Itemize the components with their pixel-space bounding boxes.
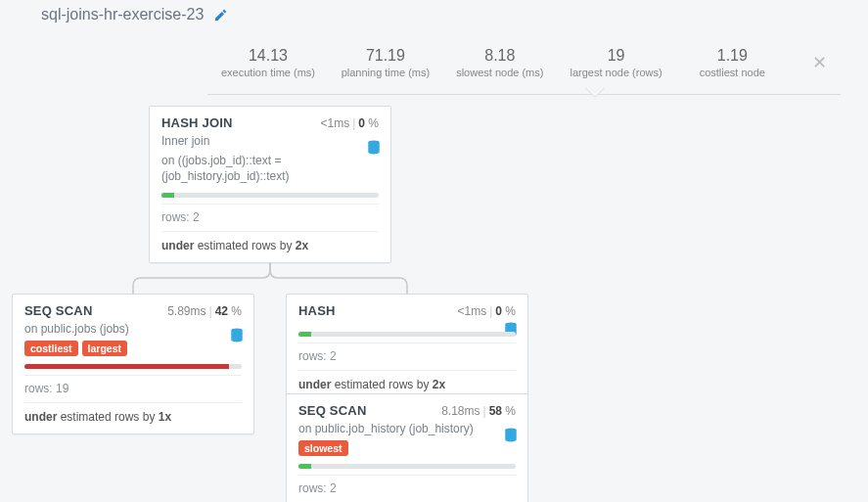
separator: |	[206, 304, 215, 318]
stat-execution-time: 14.13 execution time (ms)	[221, 47, 315, 78]
stat-label: largest node (rows)	[570, 67, 662, 78]
node-metrics: <1ms|0 %	[320, 116, 379, 130]
node-detail: Inner join	[161, 133, 379, 149]
node-time: <1	[320, 116, 334, 130]
node-seqscan-job-history[interactable]: SEQ SCAN 8.18ms|58 % on public.job_histo…	[286, 393, 528, 502]
node-title: HASH JOIN	[161, 115, 233, 130]
node-pct: 0	[495, 304, 502, 318]
title-row: sql-joins-hr-exercise-23	[41, 6, 228, 23]
badges: slowest	[298, 440, 516, 456]
stat-planning-time: 71.19 planning time (ms)	[342, 47, 430, 78]
badges: costliest largest	[24, 341, 242, 356]
node-seqscan-jobs[interactable]: SEQ SCAN 5.89ms|42 % on public.jobs (job…	[12, 294, 254, 434]
node-detail: on public.job_history (job_history)	[298, 421, 516, 436]
edit-icon[interactable]	[213, 8, 228, 23]
separator: |	[480, 404, 489, 418]
estimate-line: under estimated rows by 2x	[161, 231, 379, 252]
node-detail: on ((jobs.job_id)::text = (job_history.j…	[161, 153, 379, 184]
stat-label: slowest node (ms)	[456, 67, 544, 78]
node-pct: 58	[489, 404, 502, 418]
node-time: <1	[457, 304, 471, 318]
separator: |	[349, 116, 358, 130]
bar-fill	[161, 193, 174, 198]
estimate-line: under estimated rows by 1x	[24, 402, 242, 424]
est-prefix: under	[24, 410, 57, 424]
node-title: SEQ SCAN	[24, 303, 93, 318]
database-icon[interactable]	[367, 140, 381, 159]
stat-value: 8.18	[456, 47, 544, 65]
est-prefix: under	[298, 378, 331, 391]
est-mid: estimated rows by	[331, 378, 432, 391]
stat-slowest-node: 8.18 slowest node (ms)	[456, 47, 544, 78]
node-hash-join[interactable]: HASH JOIN <1ms|0 % Inner join on ((jobs.…	[149, 106, 391, 263]
node-time: 8.18	[441, 404, 464, 418]
rows-line: rows: 19	[24, 375, 242, 395]
node-metrics: <1ms|0 %	[457, 304, 516, 318]
node-header: SEQ SCAN 5.89ms|42 %	[24, 303, 242, 318]
stats-bar: 14.13 execution time (ms) 71.19 planning…	[207, 41, 841, 95]
estimate-line: under estimated rows by 2x	[298, 370, 516, 391]
node-metrics: 5.89ms|42 %	[167, 304, 242, 318]
bar-fill	[298, 464, 311, 469]
stat-costliest-node: 1.19 costliest node	[688, 47, 776, 78]
node-detail: on public.jobs (jobs)	[24, 321, 242, 337]
est-factor: 2x	[296, 239, 308, 252]
progress-bar	[298, 464, 516, 469]
stat-label: execution time (ms)	[221, 67, 315, 78]
badge-largest: largest	[82, 341, 127, 356]
progress-bar	[298, 332, 516, 337]
stats-pointer-icon	[585, 88, 605, 98]
rows-line: rows: 2	[298, 342, 516, 363]
est-factor: 1x	[159, 410, 171, 424]
node-header: HASH JOIN <1ms|0 %	[161, 115, 379, 130]
est-mid: estimated rows by	[194, 239, 295, 252]
node-header: HASH <1ms|0 %	[298, 303, 516, 318]
badge-costliest: costliest	[24, 341, 78, 356]
stat-value: 71.19	[342, 47, 430, 65]
database-icon[interactable]	[230, 328, 244, 346]
node-time: 5.89	[167, 304, 190, 318]
stat-label: costliest node	[688, 67, 776, 78]
node-hash[interactable]: HASH <1ms|0 % rows: 2 under estimated ro…	[286, 294, 528, 402]
node-time-unit: ms	[191, 304, 206, 318]
rows-line: rows: 2	[298, 475, 516, 495]
badge-slowest: slowest	[298, 440, 348, 456]
rows-line: rows: 2	[161, 204, 379, 224]
plan-canvas: HASH JOIN <1ms|0 % Inner join on ((jobs.…	[0, 106, 868, 502]
node-pct: 42	[215, 304, 228, 318]
progress-bar	[24, 364, 242, 369]
stat-largest-node: 19 largest node (rows)	[570, 47, 662, 78]
node-pct: 0	[358, 116, 365, 130]
page-title: sql-joins-hr-exercise-23	[41, 6, 204, 23]
est-mid: estimated rows by	[57, 410, 158, 424]
database-icon[interactable]	[504, 428, 518, 446]
node-time-unit: ms	[471, 304, 486, 318]
bar-fill	[24, 364, 229, 369]
node-time-unit: ms	[465, 404, 480, 418]
est-prefix: under	[161, 239, 194, 252]
bar-fill	[298, 332, 311, 337]
node-title: SEQ SCAN	[298, 403, 367, 418]
stat-value: 14.13	[221, 47, 315, 65]
stat-value: 19	[570, 47, 662, 65]
progress-bar	[161, 193, 379, 198]
node-time-unit: ms	[334, 116, 349, 130]
est-factor: 2x	[433, 378, 445, 391]
stat-value: 1.19	[688, 47, 776, 65]
close-icon[interactable]: ✕	[802, 52, 827, 73]
node-metrics: 8.18ms|58 %	[441, 404, 516, 418]
node-title: HASH	[298, 303, 336, 318]
separator: |	[486, 304, 495, 318]
node-header: SEQ SCAN 8.18ms|58 %	[298, 403, 516, 418]
stat-label: planning time (ms)	[342, 67, 430, 78]
